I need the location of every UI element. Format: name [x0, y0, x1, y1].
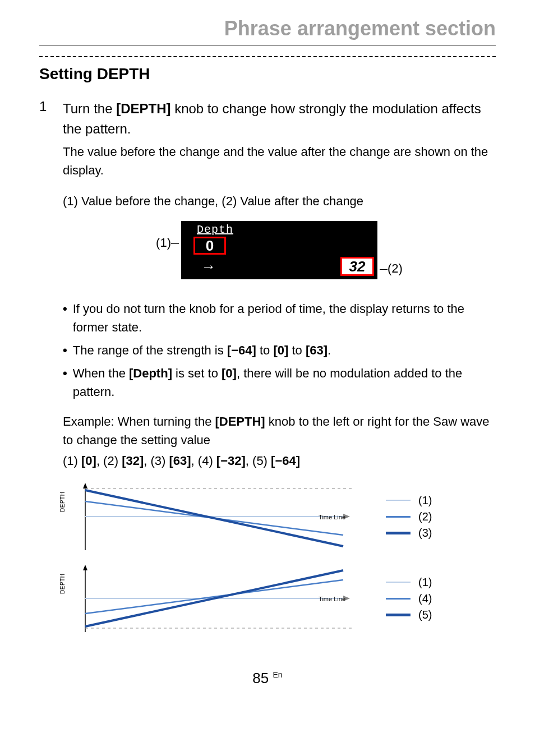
line-swatch-icon	[386, 532, 411, 534]
callout-2: (2)	[380, 261, 403, 276]
legend-label: (1)	[418, 494, 432, 507]
note-item: When the [Depth] is set to [0], there wi…	[63, 364, 496, 401]
legend-item: (1)	[386, 576, 496, 589]
example-intro: Example: When turning the [DEPTH] knob t…	[63, 412, 496, 449]
graph-negative: DEPTH Time Line	[63, 562, 496, 635]
legend: (1) (4) (5)	[386, 573, 496, 625]
notes-list: If you do not turn the knob for a period…	[63, 299, 496, 401]
display-value-before: 0	[193, 237, 226, 255]
svg-line-14	[85, 580, 343, 614]
figure-caption: (1) Value before the change, (2) Value a…	[63, 194, 496, 209]
device-display: Depth 0 → 32	[181, 221, 377, 279]
line-swatch-icon	[386, 582, 411, 583]
line-swatch-icon	[386, 598, 411, 600]
display-value-after: 32	[340, 257, 374, 276]
text: Turn the	[63, 101, 116, 116]
step-note: The value before the change and the valu…	[63, 142, 496, 179]
legend-label: (5)	[418, 609, 432, 621]
legend: (1) (2) (3)	[386, 491, 496, 543]
legend-label: (4)	[418, 592, 432, 605]
callout-2-label: (2)	[388, 261, 403, 275]
legend-item: (3)	[386, 527, 496, 540]
graph-positive: DEPTH Time Line	[63, 480, 496, 553]
y-axis-label: DEPTH	[59, 492, 66, 512]
legend-item: (5)	[386, 609, 496, 621]
graph-canvas: DEPTH Time Line	[63, 480, 377, 553]
display-figure: (1) Depth 0 → 32 (2)	[63, 221, 496, 279]
legend-item: (2)	[386, 510, 496, 523]
graph-canvas: DEPTH Time Line	[63, 562, 377, 635]
legend-label: (3)	[418, 527, 432, 540]
note-item: The range of the strength is [−64] to [0…	[63, 341, 496, 359]
page-footer: 85 En	[39, 670, 496, 687]
step-lead: Turn the [DEPTH] knob to change how stro…	[63, 99, 496, 139]
legend-item: (1)	[386, 494, 496, 507]
text: If you do not turn the knob for a period…	[73, 299, 496, 336]
display-param-label: Depth	[197, 223, 233, 236]
svg-marker-9	[83, 565, 87, 570]
line-swatch-icon	[386, 614, 411, 616]
example-values: (1) [0], (2) [32], (3) [63], (4) [−32], …	[63, 451, 496, 470]
line-swatch-icon	[386, 516, 411, 518]
section-divider	[39, 56, 496, 57]
section-title: Setting DEPTH	[39, 65, 496, 83]
knob-ref: [DEPTH]	[116, 101, 170, 116]
arrow-right-icon: →	[201, 258, 216, 275]
page-lang: En	[273, 670, 283, 679]
legend-label: (1)	[418, 576, 432, 589]
text: When the [Depth] is set to [0], there wi…	[73, 364, 496, 401]
page-number: 85	[252, 670, 269, 686]
step-1: 1 Turn the [DEPTH] knob to change how st…	[39, 99, 496, 644]
note-item: If you do not turn the knob for a period…	[63, 299, 496, 336]
x-axis-label: Time Line	[319, 596, 345, 602]
legend-item: (4)	[386, 592, 496, 605]
callout-1-label: (1)	[156, 236, 171, 250]
x-axis-label: Time Line	[319, 514, 345, 520]
svg-marker-1	[83, 483, 87, 488]
chapter-title: Phrase arrangement section	[39, 17, 496, 46]
svg-line-7	[85, 490, 343, 546]
legend-label: (2)	[418, 510, 432, 523]
callout-1: (1)	[156, 236, 179, 250]
y-axis-label: DEPTH	[59, 574, 66, 594]
step-number: 1	[39, 99, 49, 644]
text: The range of the strength is [−64] to [0…	[73, 341, 331, 359]
line-swatch-icon	[386, 500, 411, 501]
example-graphs: DEPTH Time Line	[63, 480, 496, 635]
